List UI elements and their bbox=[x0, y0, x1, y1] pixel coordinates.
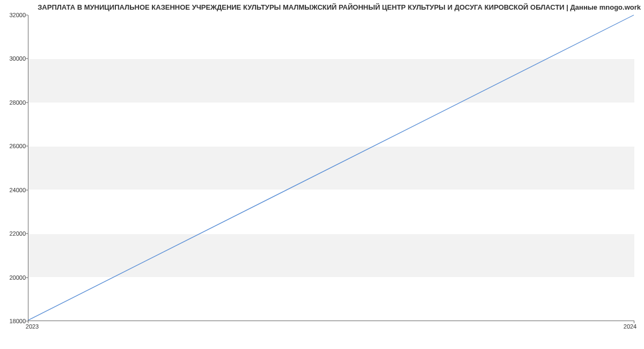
x-tick-mark bbox=[28, 321, 28, 323]
y-tick-label: 28000 bbox=[2, 99, 26, 106]
data-line bbox=[28, 15, 634, 320]
plot-area bbox=[28, 15, 634, 321]
x-tick-label: 2023 bbox=[26, 323, 39, 330]
chart-container: ЗАРПЛАТА В МУНИЦИПАЛЬНОЕ КАЗЕННОЕ УЧРЕЖД… bbox=[0, 0, 644, 349]
y-tick-label: 18000 bbox=[2, 318, 26, 324]
x-tick-mark bbox=[634, 321, 634, 323]
chart-title: ЗАРПЛАТА В МУНИЦИПАЛЬНОЕ КАЗЕННОЕ УЧРЕЖД… bbox=[0, 3, 641, 11]
y-tick-label: 20000 bbox=[2, 274, 26, 281]
y-tick-label: 24000 bbox=[2, 187, 26, 193]
y-tick-label: 30000 bbox=[2, 55, 26, 62]
y-tick-label: 26000 bbox=[2, 143, 26, 149]
y-tick-label: 32000 bbox=[2, 12, 26, 18]
y-tick-label: 22000 bbox=[2, 230, 26, 237]
x-tick-label: 2024 bbox=[624, 323, 636, 330]
line-series bbox=[28, 15, 634, 321]
